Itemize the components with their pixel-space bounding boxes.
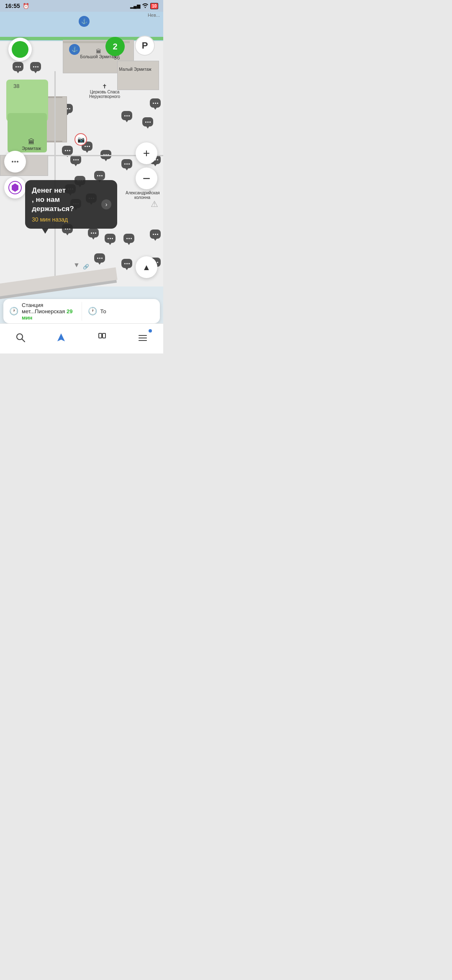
menu-nav-icon: [137, 332, 148, 346]
user-dot-green: [12, 41, 28, 58]
camera-icon[interactable]: 📷: [74, 133, 87, 146]
suggestion-bar: 🕐 Станция мет...Пионерская 29 мин 🕐 То: [3, 299, 160, 323]
bottom-navigation: [0, 323, 163, 353]
anchor-icon-1: ⚓: [69, 44, 80, 55]
menu-dot: [149, 329, 152, 333]
alisa-shape: [12, 183, 18, 192]
nav-arrow-icon: ▲: [142, 263, 151, 272]
marker-7[interactable]: [142, 117, 154, 129]
navigate-nav-icon: [56, 332, 67, 346]
wifi-icon: [142, 3, 149, 9]
battery-indicator: 10: [150, 3, 158, 9]
parking-badge[interactable]: P: [135, 36, 155, 56]
search-nav-item[interactable]: [8, 328, 33, 349]
popup-arrow[interactable]: ›: [101, 199, 111, 209]
chat-circle-button[interactable]: [4, 151, 26, 173]
zoom-in-button[interactable]: +: [136, 142, 157, 164]
time-display: 16:55: [5, 3, 20, 9]
bookmarks-nav-item[interactable]: [90, 328, 115, 349]
svg-rect-4: [103, 333, 105, 338]
marker-11[interactable]: [70, 155, 82, 167]
svg-marker-2: [57, 333, 65, 341]
zoom-out-button[interactable]: −: [136, 168, 157, 189]
marker-6[interactable]: [121, 111, 133, 123]
suggestion-text-1: Станция мет...Пионерская 29 мин: [22, 302, 76, 321]
popup-time: 30 мин назад: [32, 216, 110, 223]
vertical-road: [54, 71, 56, 286]
marker-26[interactable]: [121, 259, 133, 271]
marker-1[interactable]: [13, 62, 24, 74]
svg-rect-3: [99, 333, 102, 338]
hermitage-icon: 🏛: [8, 138, 54, 146]
alisa-icon: [8, 181, 22, 194]
anchor-icon-2: ⚓: [79, 16, 90, 27]
menu-nav-item[interactable]: [130, 328, 155, 349]
tie-marker: 🔗: [83, 264, 89, 270]
status-right: ▂▄▆ 10: [130, 3, 158, 9]
suggestion-item-1[interactable]: 🕐 Станция мет...Пионерская 29 мин: [3, 302, 82, 321]
suggestion-item-2[interactable]: 🕐 То: [82, 307, 160, 316]
clock-icon-2: 🕐: [88, 307, 97, 316]
number-badge[interactable]: 2: [105, 37, 125, 56]
church-icon: ✝: [80, 83, 130, 90]
number-38: 38: [13, 83, 19, 89]
popup-bubble[interactable]: Денег нет , но нам держаться? 30 мин наз…: [25, 180, 117, 229]
marker-8[interactable]: [150, 98, 162, 110]
small-hermitage-label: Малый Эрмитаж: [112, 67, 158, 72]
marker-25[interactable]: [94, 253, 106, 265]
clock-icon-1: 🕐: [9, 307, 18, 316]
svg-line-1: [22, 339, 25, 342]
alisa-button[interactable]: [4, 177, 26, 199]
suggestion-text-2: То: [100, 308, 106, 315]
chat-dots: [12, 161, 18, 162]
popup-text: Денег нет , но нам держаться?: [32, 186, 110, 214]
marker-22[interactable]: [105, 234, 116, 245]
bookmarks-nav-icon: [97, 332, 108, 346]
status-bar: 16:55 ⏰ ▂▄▆ 10: [0, 0, 163, 12]
marker-2[interactable]: [30, 62, 42, 74]
warning-icon: ⚠: [151, 199, 158, 209]
status-left: 16:55 ⏰: [5, 3, 29, 9]
marker-21[interactable]: [88, 228, 100, 240]
marker-23[interactable]: [123, 234, 135, 245]
user-location: [8, 38, 32, 61]
alarm-icon: ⏰: [23, 3, 29, 9]
nav-arrow-button[interactable]: ▲: [136, 256, 157, 278]
hermitage-label: 🏛 Эрмитаж: [8, 138, 54, 151]
neva-label: Нев...: [148, 13, 160, 18]
direction-marker: ▼: [73, 261, 80, 269]
column-label: Александрийская колонна: [126, 191, 159, 200]
marker-13[interactable]: [121, 159, 133, 171]
church-label: ✝ Церковь Спаса Нерукотворного: [80, 83, 130, 99]
marker-24[interactable]: [150, 230, 162, 241]
navigate-nav-item[interactable]: [49, 328, 74, 349]
signal-icon: ▂▄▆: [130, 3, 140, 9]
search-nav-icon: [15, 332, 26, 346]
